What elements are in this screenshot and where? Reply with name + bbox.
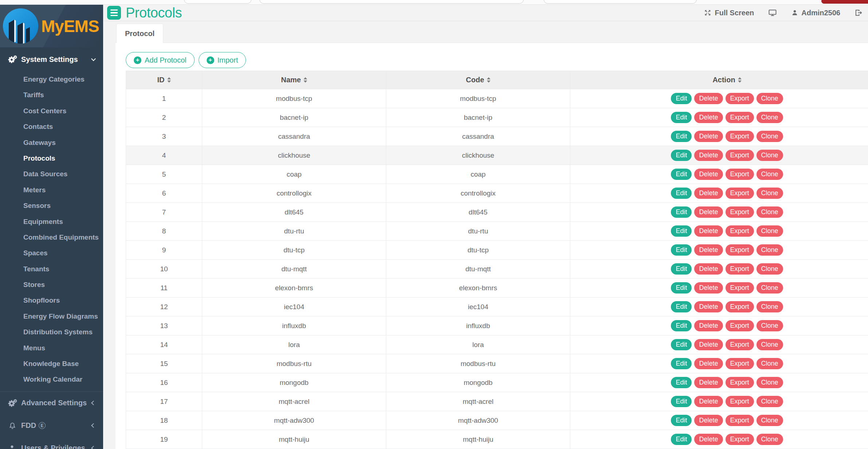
delete-button[interactable]: Delete — [694, 339, 723, 350]
hamburger-icon[interactable] — [107, 6, 121, 20]
export-button[interactable]: Export — [726, 415, 754, 426]
export-button[interactable]: Export — [726, 244, 754, 256]
delete-button[interactable]: Delete — [694, 225, 723, 237]
delete-button[interactable]: Delete — [694, 415, 723, 426]
edit-button[interactable]: Edit — [671, 263, 692, 275]
export-button[interactable]: Export — [726, 112, 754, 123]
edit-button[interactable]: Edit — [671, 358, 692, 369]
edit-button[interactable]: Edit — [671, 169, 692, 180]
edit-button[interactable]: Edit — [671, 320, 692, 331]
clone-button[interactable]: Clone — [756, 434, 783, 445]
clone-button[interactable]: Clone — [756, 131, 783, 142]
delete-button[interactable]: Delete — [694, 358, 723, 369]
monitor-button[interactable] — [768, 8, 777, 17]
clone-button[interactable]: Clone — [756, 415, 783, 426]
clone-button[interactable]: Clone — [756, 282, 783, 294]
delete-button[interactable]: Delete — [694, 263, 723, 275]
sidebar-item-meters[interactable]: Meters — [0, 182, 103, 198]
export-button[interactable]: Export — [726, 301, 754, 312]
edit-button[interactable]: Edit — [671, 301, 692, 312]
delete-button[interactable]: Delete — [694, 131, 723, 142]
sidebar-item-sensors[interactable]: Sensors — [0, 198, 103, 213]
edit-button[interactable]: Edit — [671, 150, 692, 161]
clone-button[interactable]: Clone — [756, 225, 783, 237]
delete-button[interactable]: Delete — [694, 244, 723, 256]
sidebar-item-data-sources[interactable]: Data Sources — [0, 166, 103, 182]
browser-red-button[interactable] — [821, 0, 868, 4]
delete-button[interactable]: Delete — [694, 112, 723, 123]
sidebar-item-gateways[interactable]: Gateways — [0, 135, 103, 150]
clone-button[interactable]: Clone — [756, 244, 783, 256]
sidebar-section-advanced-settings[interactable]: Advanced Settings — [0, 392, 103, 414]
export-button[interactable]: Export — [726, 434, 754, 445]
delete-button[interactable]: Delete — [694, 301, 723, 312]
edit-button[interactable]: Edit — [671, 339, 692, 350]
sidebar-section-fdd[interactable]: FDD E — [0, 414, 103, 437]
clone-button[interactable]: Clone — [756, 93, 783, 104]
sidebar-item-cost-centers[interactable]: Cost Centers — [0, 103, 103, 119]
sidebar-item-combined-equipments[interactable]: Combined Equipments — [0, 229, 103, 245]
sidebar-item-spaces[interactable]: Spaces — [0, 245, 103, 261]
sidebar-item-tariffs[interactable]: Tariffs — [0, 87, 103, 103]
export-button[interactable]: Export — [726, 377, 754, 388]
edit-button[interactable]: Edit — [671, 282, 692, 294]
clone-button[interactable]: Clone — [756, 188, 783, 199]
edit-button[interactable]: Edit — [671, 131, 692, 142]
clone-button[interactable]: Clone — [756, 358, 783, 369]
sidebar-item-knowledge-base[interactable]: Knowledge Base — [0, 356, 103, 371]
tab-protocol[interactable]: Protocol — [116, 24, 163, 43]
sidebar-item-shopfloors[interactable]: Shopfloors — [0, 292, 103, 308]
export-button[interactable]: Export — [726, 282, 754, 294]
clone-button[interactable]: Clone — [756, 263, 783, 275]
clone-button[interactable]: Clone — [756, 339, 783, 350]
delete-button[interactable]: Delete — [694, 282, 723, 294]
export-button[interactable]: Export — [726, 93, 754, 104]
delete-button[interactable]: Delete — [694, 377, 723, 388]
sidebar-item-menus[interactable]: Menus — [0, 340, 103, 356]
sidebar-section-system-settings[interactable]: System Settings — [0, 47, 103, 71]
clone-button[interactable]: Clone — [756, 169, 783, 180]
export-button[interactable]: Export — [726, 169, 754, 180]
edit-button[interactable]: Edit — [671, 415, 692, 426]
edit-button[interactable]: Edit — [671, 434, 692, 445]
edit-button[interactable]: Edit — [671, 244, 692, 256]
clone-button[interactable]: Clone — [756, 301, 783, 312]
sidebar-item-contacts[interactable]: Contacts — [0, 119, 103, 134]
delete-button[interactable]: Delete — [694, 434, 723, 445]
clone-button[interactable]: Clone — [756, 112, 783, 123]
edit-button[interactable]: Edit — [671, 188, 692, 199]
clone-button[interactable]: Clone — [756, 150, 783, 161]
export-button[interactable]: Export — [726, 358, 754, 369]
edit-button[interactable]: Edit — [671, 396, 692, 407]
clone-button[interactable]: Clone — [756, 396, 783, 407]
delete-button[interactable]: Delete — [694, 150, 723, 161]
export-button[interactable]: Export — [726, 263, 754, 275]
fullscreen-button[interactable]: Full Screen — [704, 9, 754, 17]
sidebar-item-distribution-systems[interactable]: Distribution Systems — [0, 324, 103, 340]
user-menu[interactable]: Admin2506 — [791, 9, 840, 17]
clone-button[interactable]: Clone — [756, 206, 783, 218]
clone-button[interactable]: Clone — [756, 377, 783, 388]
logout-button[interactable] — [854, 8, 863, 17]
delete-button[interactable]: Delete — [694, 396, 723, 407]
column-header-code[interactable]: Code — [386, 71, 570, 89]
add-protocol-button[interactable]: + Add Protocol — [126, 52, 195, 68]
delete-button[interactable]: Delete — [694, 93, 723, 104]
sidebar-item-protocols[interactable]: Protocols — [0, 150, 103, 166]
export-button[interactable]: Export — [726, 206, 754, 218]
edit-button[interactable]: Edit — [671, 225, 692, 237]
delete-button[interactable]: Delete — [694, 320, 723, 331]
export-button[interactable]: Export — [726, 131, 754, 142]
column-header-id[interactable]: ID — [126, 71, 202, 89]
export-button[interactable]: Export — [726, 320, 754, 331]
sidebar-item-stores[interactable]: Stores — [0, 277, 103, 292]
edit-button[interactable]: Edit — [671, 112, 692, 123]
sidebar-item-working-calendar[interactable]: Working Calendar — [0, 371, 103, 387]
export-button[interactable]: Export — [726, 188, 754, 199]
edit-button[interactable]: Edit — [671, 93, 692, 104]
delete-button[interactable]: Delete — [694, 169, 723, 180]
delete-button[interactable]: Delete — [694, 188, 723, 199]
clone-button[interactable]: Clone — [756, 320, 783, 331]
sidebar-item-energy-flow-diagrams[interactable]: Energy Flow Diagrams — [0, 308, 103, 324]
edit-button[interactable]: Edit — [671, 206, 692, 218]
